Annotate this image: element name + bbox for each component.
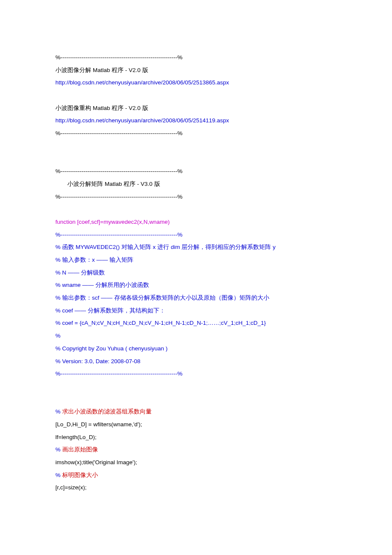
code-line: lf=length(Lo_D); — [55, 431, 337, 444]
comment-line: % coef = {cA_N;cV_N;cH_N;cD_N;cV_N-1;cH_… — [55, 317, 337, 330]
comment-line: % 输入参数：x —— 输入矩阵 — [55, 254, 337, 266]
comment-line: % N —— 分解级数 — [55, 266, 337, 279]
separator: %---------------------------------------… — [55, 191, 337, 203]
heading-reconstruct-v2: 小波图像重构 Matlab 程序 - V2.0 版 — [55, 102, 337, 115]
separator: %---------------------------------------… — [55, 165, 337, 178]
comment-text: 标明图像大小 — [62, 472, 98, 478]
separator: %---------------------------------------… — [55, 228, 337, 241]
percent-sign: % — [55, 408, 62, 415]
comment-text: 画出原始图像 — [62, 446, 98, 453]
comment-line: % Version: 3.0, Date: 2008-07-08 — [55, 355, 337, 368]
separator: %---------------------------------------… — [55, 367, 337, 380]
comment-line: % 画出原始图像 — [55, 443, 337, 456]
blank-line — [55, 203, 337, 216]
comment-line: % 标明图像大小 — [55, 469, 337, 482]
comment-line: % 输出参数：scf —— 存储各级分解系数矩阵的大小以及原始（图像）矩阵的大小 — [55, 292, 337, 304]
comment-text: 求出小波函数的滤波器组系数向量 — [62, 408, 152, 415]
percent-sign: % — [55, 446, 62, 453]
blank-line — [55, 153, 337, 165]
code-line: [r,c]=size(x); — [55, 481, 337, 494]
comment-line: % coef —— 分解系数矩阵，其结构如下： — [55, 304, 337, 317]
blank-line — [55, 393, 337, 406]
function-declaration: function [coef,scf]=mywavedec2(x,N,wname… — [55, 216, 337, 228]
code-line: imshow(x);title('Original Image'); — [55, 456, 337, 469]
separator: %---------------------------------------… — [55, 127, 337, 140]
comment-line: % 求出小波函数的滤波器组系数向量 — [55, 405, 337, 418]
separator: %---------------------------------------… — [55, 51, 337, 64]
code-line: [Lo_D,Hi_D] = wfilters(wname,'d'); — [55, 418, 337, 431]
blank-line — [55, 140, 337, 153]
percent-sign: % — [55, 472, 62, 478]
heading-matrix-v3: 小波分解矩阵 Matlab 程序 - V3.0 版 — [55, 178, 337, 191]
blank-line — [55, 380, 337, 393]
comment-line: % wname —— 分解所用的小波函数 — [55, 279, 337, 292]
link-reconstruct-url[interactable]: http://blog.csdn.net/chenyusiyuan/archiv… — [55, 114, 337, 127]
blank-line — [55, 89, 337, 102]
link-decompose-url[interactable]: http://blog.csdn.net/chenyusiyuan/archiv… — [55, 76, 337, 89]
comment-line: % 函数 MYWAVEDEC2() 对输入矩阵 x 进行 dim 层分解，得到相… — [55, 241, 337, 254]
comment-line: % Copyright by Zou Yuhua ( chenyusiyuan … — [55, 342, 337, 355]
heading-decompose-v2: 小波图像分解 Matlab 程序 - V2.0 版 — [55, 64, 337, 77]
document-page: %---------------------------------------… — [0, 0, 392, 528]
comment-line: % — [55, 330, 337, 342]
